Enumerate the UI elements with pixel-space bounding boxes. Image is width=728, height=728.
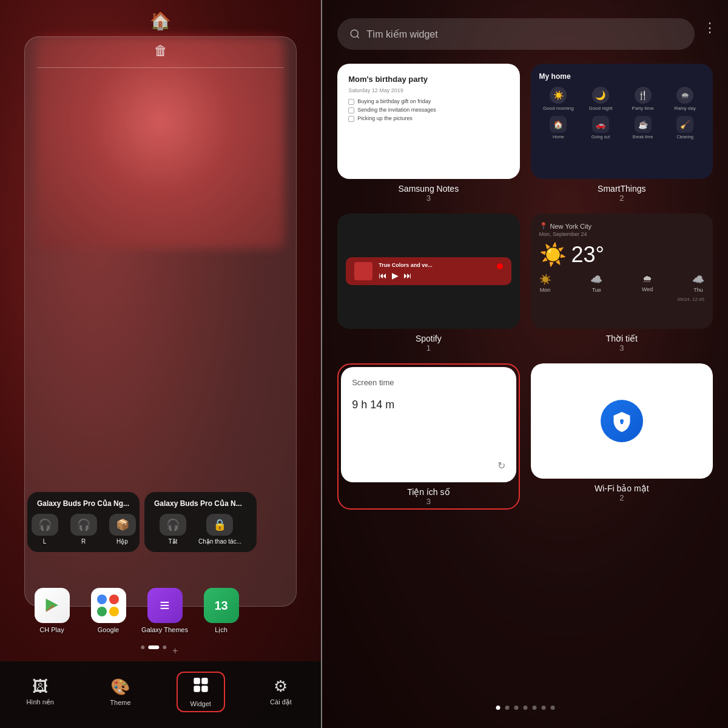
buds-card-2[interactable]: Galaxy Buds Pro Của N... 🎧 Tắt 🔒 Chặn th… [144, 492, 257, 552]
refresh-icon[interactable]: ↻ [497, 460, 505, 471]
right-dot-7[interactable] [550, 706, 554, 710]
spotify-info: True Colors and ve... ⏮ ▶ ⏭ [379, 262, 490, 280]
checkbox-1 [348, 99, 354, 105]
hinh-nen-icon: 🖼 [32, 677, 48, 696]
st-devices: 🏠 Home 🚗 Going out ☕ Break time 🧹 [539, 116, 704, 139]
theme-icon: 🎨 [110, 678, 130, 696]
widget-divider [37, 67, 284, 68]
more-options-icon[interactable]: ⋮ [703, 25, 717, 30]
search-bar[interactable]: Tìm kiếm widget [337, 18, 695, 50]
smartthings-widget: My home ☀️ Good morning 🌙 Good night 🍴 [531, 64, 713, 179]
weather-sun-icon: ☀️ [539, 242, 567, 268]
app-item-lich[interactable]: 13 Lịch [197, 588, 246, 634]
buds-chan-icon: 🔒 [206, 514, 233, 536]
dot-2-active[interactable] [148, 645, 159, 649]
cai-dat-label: Cài đặt [270, 698, 292, 706]
google-icon [91, 588, 126, 623]
screentime-label: Screen time [352, 378, 505, 387]
play-icon[interactable]: ▶ [392, 271, 399, 280]
widget-cell-smartthings[interactable]: My home ☀️ Good morning 🌙 Good night 🍴 [531, 64, 713, 203]
samsung-notes-widget: Mom's birthday party Saturday 12 May 201… [337, 64, 519, 179]
home-icon[interactable]: 🏠 [150, 11, 171, 31]
nav-theme[interactable]: 🎨 Theme [96, 678, 144, 706]
svg-rect-3 [201, 686, 208, 692]
spotify-inner: True Colors and ve... ⏮ ▶ ⏭ [346, 257, 511, 285]
wifi-shield-icon [601, 400, 643, 442]
prev-icon[interactable]: ⏮ [379, 271, 387, 280]
notes-item-3: Picking up the pictures [348, 115, 508, 122]
st-device-cleaning: 🧹 Cleaning [666, 116, 704, 139]
hinh-nen-label: Hình nền [26, 698, 54, 706]
weather-main: ☀️ 23° [539, 242, 704, 268]
buds-l-icon: 🎧 [32, 514, 58, 536]
right-dot-5[interactable] [532, 706, 536, 710]
app-item-google[interactable]: Google [84, 588, 133, 634]
dot-3[interactable] [163, 645, 166, 649]
buds-l-label: L [43, 538, 47, 545]
nav-widget[interactable]: Widget [177, 672, 225, 712]
buds-icons-2: 🎧 Tắt 🔒 Chặn thao tác... [154, 514, 247, 545]
buds-item-chan: 🔒 Chặn thao tác... [198, 514, 241, 545]
h-unit: h [358, 399, 370, 411]
buds-r-label: R [81, 538, 86, 545]
right-dot-6[interactable] [541, 706, 545, 710]
galaxy-themes-label: Galaxy Themes [141, 626, 188, 633]
buds-hop-label: Hộp [116, 538, 128, 545]
nav-hinh-nen[interactable]: 🖼 Hình nền [16, 677, 64, 706]
checkbox-2 [348, 107, 354, 113]
wifi-name: Wi-Fi bảo mật [595, 484, 649, 493]
spotify-thumb [354, 262, 372, 280]
right-bottom-dots [496, 706, 554, 710]
st-device-home: 🏠 Home [539, 116, 578, 139]
svg-point-4 [351, 30, 358, 37]
panel-divider [321, 0, 322, 728]
smartthings-name: SmartThings [598, 184, 645, 194]
widget-grid: Mom's birthday party Saturday 12 May 201… [337, 64, 713, 510]
widget-cell-thoi-tiet[interactable]: 📍 New York City Mon, September 24 ☀️ 23°… [531, 214, 713, 352]
app-item-galaxy-themes[interactable]: ≡ Galaxy Themes [140, 588, 189, 634]
dot-1[interactable] [141, 645, 144, 649]
wifi-count: 2 [619, 493, 624, 502]
page-dots: + [141, 645, 180, 656]
buds-item-tat: 🎧 Tắt [160, 514, 186, 545]
screentime-count: 3 [426, 497, 431, 506]
app-item-chplay[interactable]: CH Play [27, 588, 76, 634]
st-modes: ☀️ Good morning 🌙 Good night 🍴 Party tim… [539, 87, 704, 111]
pin-icon: 📍 [539, 222, 548, 230]
buds-card-2-title: Galaxy Buds Pro Của N... [154, 499, 247, 508]
spotify-box: True Colors and ve... ⏮ ▶ ⏭ [337, 214, 519, 329]
buds-item-hop: 📦 Hộp [109, 514, 136, 545]
screentime-box: Screen time 9 h 14 m ↻ [341, 367, 516, 482]
right-dot-1[interactable] [496, 706, 500, 710]
st-mode-rainy: 🌧 Rainy day [666, 87, 704, 111]
widget-cell-screentime[interactable]: Screen time 9 h 14 m ↻ Tiện ích số 3 [337, 363, 519, 510]
spotify-name: Spotify [416, 334, 442, 343]
svg-rect-1 [201, 678, 208, 684]
right-dot-2[interactable] [505, 706, 509, 710]
buds-card-1[interactable]: Galaxy Buds Pro Của Ng... 🎧 L 🎧 R 📦 Hộp [27, 492, 140, 552]
weather-day-tue: ☁️ Tue [590, 274, 602, 293]
theme-label: Theme [110, 699, 130, 706]
right-dot-3[interactable] [514, 706, 518, 710]
trash-icon[interactable]: 🗑 [154, 43, 167, 59]
right-dot-4[interactable] [523, 706, 527, 710]
left-panel: 🏠 🗑 Galaxy Buds Pro Của Ng... 🎧 L 🎧 R 📦 [0, 0, 321, 728]
notes-date: Saturday 12 May 2019 [348, 87, 508, 93]
thoi-tiet-name: Thời tiết [606, 334, 638, 343]
widget-cell-wifi[interactable]: Wi-Fi bảo mật 2 [531, 363, 713, 510]
spotify-count: 1 [426, 343, 431, 352]
widget-cell-spotify[interactable]: True Colors and ve... ⏮ ▶ ⏭ Spotify 1 [337, 214, 519, 352]
weather-forecast: ☀️ Mon ☁️ Tue 🌧 Wed ☁️ [539, 274, 704, 293]
app-grid: CH Play Google ≡ Galaxy Themes 13 Lịch [27, 588, 246, 634]
weather-temp: 23° [571, 242, 604, 268]
spotify-dot [497, 263, 503, 269]
right-panel: Tìm kiếm widget ⋮ Mom's birthday party S… [322, 0, 728, 728]
weather-date: Mon, September 24 [539, 231, 704, 237]
svg-rect-2 [194, 686, 200, 692]
buds-tat-icon: 🎧 [160, 514, 186, 536]
nav-cai-dat[interactable]: ⚙ Cài đặt [257, 677, 305, 706]
chplay-icon [35, 588, 70, 623]
lich-label: Lịch [215, 626, 228, 634]
next-icon[interactable]: ⏭ [403, 271, 412, 280]
widget-cell-samsung-notes[interactable]: Mom's birthday party Saturday 12 May 201… [337, 64, 519, 203]
